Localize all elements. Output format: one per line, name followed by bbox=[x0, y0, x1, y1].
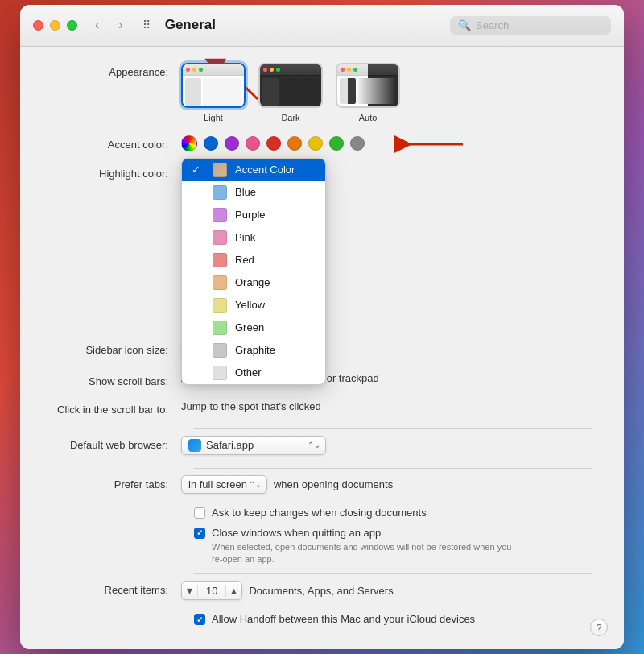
dropdown-item-label: Blue bbox=[235, 186, 256, 198]
highlight-color-label: Highlight color: bbox=[52, 164, 181, 180]
traffic-lights bbox=[33, 20, 77, 31]
sidebar-icon-size-label: Sidebar icon size: bbox=[52, 341, 181, 356]
appearance-light-label: Light bbox=[204, 113, 223, 122]
check-icon: ✓ bbox=[192, 164, 204, 176]
search-icon: 🔍 bbox=[458, 19, 471, 31]
red-swatch bbox=[213, 253, 227, 267]
appearance-option-light[interactable]: Light bbox=[181, 63, 246, 122]
default-browser-select[interactable]: Safari.app ⌃⌄ bbox=[181, 436, 326, 455]
appearance-thumb-dark bbox=[258, 63, 323, 108]
appearance-option-dark[interactable]: Dark bbox=[258, 63, 323, 122]
appearance-row: Appearance: bbox=[52, 63, 592, 122]
chevron-updown-icon: ⌃⌄ bbox=[249, 480, 262, 489]
dropdown-item-pink[interactable]: Pink bbox=[182, 226, 325, 249]
accent-swatch-orange[interactable] bbox=[287, 136, 302, 151]
accent-swatch-graphite[interactable] bbox=[350, 136, 365, 151]
accent-color-swatches bbox=[181, 135, 592, 151]
dropdown-item-purple[interactable]: Purple bbox=[182, 204, 325, 226]
dropdown-item-other[interactable]: Other bbox=[182, 362, 325, 384]
stepper-up-button[interactable]: ▴ bbox=[226, 582, 242, 599]
purple-swatch bbox=[213, 208, 227, 222]
accent-swatch-pink[interactable] bbox=[246, 136, 260, 151]
safari-icon bbox=[188, 439, 201, 452]
dropdown-item-label: Other bbox=[235, 366, 262, 379]
prefer-tabs-label: Prefer tabs: bbox=[52, 475, 181, 490]
orange-swatch bbox=[213, 275, 227, 290]
yellow-swatch bbox=[213, 298, 227, 313]
dropdown-item-label: Graphite bbox=[235, 344, 275, 356]
other-swatch bbox=[213, 366, 227, 380]
search-input[interactable] bbox=[476, 19, 603, 31]
dropdown-item-label: Pink bbox=[235, 231, 255, 243]
dropdown-item-orange[interactable]: Orange bbox=[182, 271, 325, 294]
accent-color-row: Accent color: bbox=[52, 135, 592, 151]
prefer-tabs-row: Prefer tabs: in full screen ⌃⌄ when open… bbox=[52, 475, 592, 494]
prefer-tabs-select[interactable]: in full screen ⌃⌄ bbox=[181, 475, 267, 494]
appearance-label: Appearance: bbox=[52, 63, 181, 78]
dropdown-item-label: Red bbox=[235, 254, 254, 266]
appearance-thumb-auto bbox=[336, 63, 400, 108]
highlight-color-row: Highlight color: ✓ Accent Color Blue bbox=[52, 164, 592, 180]
recent-items-suffix: Documents, Apps, and Servers bbox=[249, 585, 393, 597]
handoff-row: Allow Handoff between this Mac and your … bbox=[194, 613, 592, 625]
prefer-tabs-suffix: when opening documents bbox=[274, 478, 393, 490]
accent-color-label: Accent color: bbox=[52, 135, 181, 151]
green-swatch bbox=[213, 321, 227, 335]
stepper-down-button[interactable]: ▾ bbox=[182, 582, 197, 599]
show-scroll-bars-label: Show scroll bars: bbox=[52, 372, 181, 387]
dropdown-item-red[interactable]: Red bbox=[182, 249, 325, 271]
dropdown-item-yellow[interactable]: Yellow bbox=[182, 294, 325, 317]
back-button[interactable]: ‹ bbox=[90, 14, 104, 35]
accent-swatch-multicolor[interactable] bbox=[181, 135, 197, 151]
dropdown-item-graphite[interactable]: Graphite bbox=[182, 339, 325, 362]
help-button[interactable]: ? bbox=[590, 619, 608, 636]
dropdown-item-label: Orange bbox=[235, 276, 270, 288]
dropdown-item-accent[interactable]: ✓ Accent Color bbox=[182, 159, 325, 181]
appearance-options: Light bbox=[181, 63, 592, 122]
ask-changes-row: Ask to keep changes when closing documen… bbox=[194, 507, 592, 519]
divider-2 bbox=[194, 468, 592, 469]
prefer-tabs-value: in full screen bbox=[188, 478, 247, 490]
recent-items-value: 10 bbox=[197, 585, 226, 597]
ask-changes-checkbox[interactable] bbox=[194, 507, 205, 519]
grid-button[interactable]: ⠿ bbox=[138, 15, 155, 35]
window-title: General bbox=[165, 17, 440, 33]
close-button[interactable] bbox=[33, 20, 43, 31]
recent-items-row: Recent items: ▾ 10 ▴ Documents, Apps, an… bbox=[52, 581, 592, 600]
dropdown-item-green[interactable]: Green bbox=[182, 317, 325, 339]
accent-swatch-red[interactable] bbox=[266, 136, 281, 151]
accent-swatch-purple[interactable] bbox=[225, 136, 239, 151]
appearance-option-auto[interactable]: Auto bbox=[336, 63, 400, 122]
accent-color-swatch bbox=[213, 163, 227, 177]
recent-items-label: Recent items: bbox=[52, 581, 181, 596]
dropdown-item-label: Purple bbox=[235, 209, 266, 221]
handoff-checkbox[interactable] bbox=[194, 614, 205, 625]
minimize-button[interactable] bbox=[50, 20, 60, 31]
close-windows-label: Close windows when quitting an app bbox=[212, 527, 518, 539]
handoff-label: Allow Handoff between this Mac and your … bbox=[212, 613, 475, 625]
ask-changes-label: Ask to keep changes when closing documen… bbox=[212, 507, 427, 519]
close-windows-checkbox[interactable] bbox=[194, 528, 205, 539]
dropdown-item-blue[interactable]: Blue bbox=[182, 181, 325, 204]
default-browser-label: Default web browser: bbox=[52, 436, 181, 451]
settings-content: Appearance: bbox=[20, 47, 624, 650]
search-box[interactable]: 🔍 bbox=[450, 16, 611, 35]
accent-swatch-yellow[interactable] bbox=[308, 136, 323, 151]
accent-swatch-green[interactable] bbox=[329, 136, 344, 151]
recent-items-content: ▾ 10 ▴ Documents, Apps, and Servers bbox=[181, 581, 592, 600]
scroll-bar-click-value: Jump to the spot that's clicked bbox=[181, 400, 321, 412]
appearance-thumb-light bbox=[181, 63, 246, 108]
scroll-bar-click-label: Click in the scroll bar to: bbox=[52, 400, 181, 416]
recent-items-stepper[interactable]: ▾ 10 ▴ bbox=[181, 581, 242, 600]
highlight-color-dropdown[interactable]: ✓ Accent Color Blue Purple bbox=[181, 158, 326, 385]
close-windows-sublabel: When selected, open documents and window… bbox=[212, 541, 518, 566]
maximize-button[interactable] bbox=[67, 20, 77, 31]
default-browser-row: Default web browser: Safari.app ⌃⌄ bbox=[52, 436, 592, 455]
default-browser-value: Safari.app bbox=[206, 439, 254, 451]
titlebar: ‹ › ⠿ General 🔍 bbox=[20, 5, 624, 47]
forward-button[interactable]: › bbox=[114, 14, 127, 35]
divider-3 bbox=[194, 573, 592, 574]
scroll-bar-click-content: Jump to the spot that's clicked bbox=[181, 400, 592, 412]
accent-swatch-blue[interactable] bbox=[204, 136, 218, 151]
pink-swatch bbox=[213, 230, 227, 245]
